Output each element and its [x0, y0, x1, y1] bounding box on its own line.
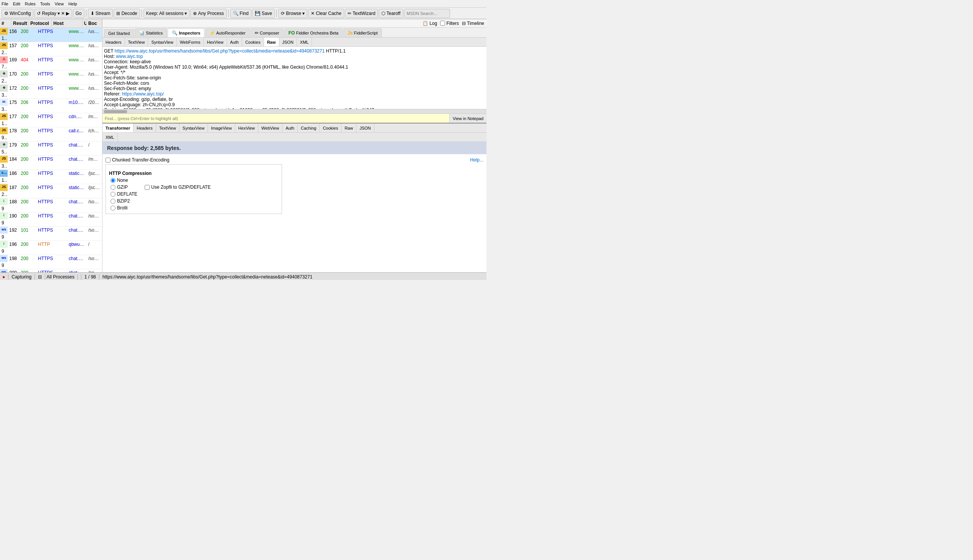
resp-tab-imageview[interactable]: ImageView [208, 123, 235, 132]
req-tab-webforms[interactable]: WebForms [177, 38, 204, 47]
request-hscroll[interactable] [102, 109, 486, 113]
table-row[interactable]: ◈ 172 200 HTTPS www.aiyc.top /usr/themes… [0, 85, 102, 99]
table-row[interactable]: JS 157 200 HTTPS www.aiyc.top /usr/theme… [0, 42, 102, 57]
bzip2-label: BZIP2 [117, 198, 130, 204]
replay-button[interactable]: ↺ Replay ▾ ✕ ▶ [34, 9, 72, 18]
resp-tab-headers[interactable]: Headers [134, 123, 156, 132]
text-wizard-button[interactable]: ✏ TextWizard [345, 9, 378, 18]
tab-fiddler-orchestra[interactable]: FO Fiddler Orchestra Beta [284, 28, 343, 37]
req-tab-hexview[interactable]: HexView [204, 38, 227, 47]
menu-file[interactable]: File [2, 2, 8, 6]
session-url: /usr/themes/handsome/as... [87, 42, 102, 49]
req-tab-auth[interactable]: Auth [227, 38, 242, 47]
resp-tab-hexview[interactable]: HexView [235, 123, 258, 132]
process-button[interactable]: ⊕ Any Process [190, 9, 226, 18]
request-hscroll-thumb[interactable] [104, 110, 127, 113]
log-item[interactable]: 📋 Log [422, 21, 437, 26]
tab-inspectors[interactable]: 🔍 Inspectors [168, 28, 205, 37]
help-link[interactable]: Help... [470, 157, 484, 163]
search-input[interactable] [404, 9, 450, 18]
req-tab-textview[interactable]: TextView [125, 38, 149, 47]
resp-tab-caching[interactable]: Caching [298, 123, 320, 132]
resp-tab-transformer[interactable]: Transformer [102, 123, 134, 132]
table-row[interactable]: m 175 206 HTTPS m10.music.126.net /20200… [0, 99, 102, 113]
chunked-label[interactable]: Chunked Transfer-Encoding [105, 157, 169, 163]
resp-tab-syntaxview[interactable]: SyntaxView [180, 123, 208, 132]
req-tab-raw[interactable]: Raw [264, 38, 279, 47]
tab-statistics[interactable]: 📊 Statistics [135, 28, 167, 37]
clear-cache-button[interactable]: ✕ Clear Cache [308, 9, 344, 18]
go-button[interactable]: Go [73, 9, 84, 18]
timeline-item[interactable]: ⊟ Timeline [462, 21, 484, 26]
menu-rules[interactable]: Rules [25, 2, 36, 6]
zopfli-checkbox[interactable] [145, 185, 150, 190]
browse-button[interactable]: ⟳ Browse ▾ [278, 9, 307, 18]
table-row[interactable]: ws 200 200 HTTPS chat.chatra.io /sockjs/… [0, 269, 102, 272]
table-row[interactable]: JS 156 200 HTTPS www.aiyc.top /usr/theme… [0, 28, 102, 42]
table-row[interactable]: i 188 200 HTTPS chat.chatra.io /sockjs/i… [0, 198, 102, 212]
session-icon: i [0, 212, 8, 219]
menu-help[interactable]: Help [68, 2, 77, 6]
bzip2-radio[interactable] [110, 199, 115, 204]
resp-tab-xml[interactable]: XML [102, 133, 118, 142]
host-header: Host: www.aiyc.top [104, 54, 143, 59]
table-row[interactable]: ws 198 200 HTTPS chat.chatra.io /sockjs/… [0, 255, 102, 269]
top-tools: 📋 Log Filters ⊟ Timeline [102, 19, 486, 28]
session-url: /jscss/a817edf9d02b4797... [87, 170, 102, 177]
winconfig-button[interactable]: ⚙ WinConfig [2, 9, 33, 18]
table-row[interactable]: JS 177 200 HTTPS cdn.mathjax.org /mathja… [0, 113, 102, 127]
resp-tab-textview[interactable]: TextView [156, 123, 180, 132]
tab-fiddler-script[interactable]: Js FiddlerScript [344, 28, 382, 37]
req-tab-cookies[interactable]: Cookies [242, 38, 264, 47]
table-row[interactable]: JS 184 200 HTTPS chat.chatra.io /meteor_… [0, 156, 102, 170]
req-tab-json[interactable]: JSON [279, 38, 297, 47]
req-tab-xml[interactable]: XML [297, 38, 312, 47]
tab-autoresponder[interactable]: ⚡ AutoResponder [205, 28, 250, 37]
table-row[interactable]: ws 192 101 HTTPS chat.chatra.io /sockjs/… [0, 227, 102, 241]
find-input[interactable] [102, 114, 449, 123]
col-id: # [0, 20, 12, 27]
save-button[interactable]: 💾 Save [252, 9, 275, 18]
keep-button[interactable]: Keep: All sessions ▾ [144, 9, 190, 18]
menu-edit[interactable]: Edit [13, 2, 20, 6]
session-protocol: HTTPS [37, 127, 67, 134]
tearoff-button[interactable]: ⬡ Tearoff [379, 9, 403, 18]
resp-tab-cookies[interactable]: Cookies [320, 123, 342, 132]
brotli-radio[interactable] [110, 206, 115, 210]
menu-view[interactable]: View [55, 2, 64, 6]
resp-tab-webview[interactable]: WebView [258, 123, 282, 132]
stream-button[interactable]: ⬇ Stream [88, 9, 113, 18]
tab-composer[interactable]: ✏ Composer [250, 28, 284, 37]
resp-tab-raw[interactable]: Raw [342, 123, 356, 132]
table-row[interactable]: i 190 200 HTTPS chat.chatra.io /sockjs/i… [0, 212, 102, 227]
table-row[interactable]: JS 187 200 HTTPS static.chatra.io /jscss… [0, 184, 102, 198]
none-radio[interactable] [110, 178, 115, 183]
resp-tab-json[interactable]: JSON [356, 123, 374, 132]
session-id: 186 [8, 170, 19, 177]
table-row[interactable]: ◈ 179 200 HTTPS chat.chatra.io / 57 [0, 142, 102, 156]
table-row[interactable]: i 196 200 HTTP qbwup.imtt.qq.com / 9 [0, 241, 102, 255]
find-button[interactable]: 🔍 Find [230, 9, 251, 18]
chunked-checkbox[interactable] [105, 158, 110, 163]
timeline-label: Timeline [467, 21, 484, 26]
table-row[interactable]: css 186 200 HTTPS static.chatra.io /jscs… [0, 170, 102, 184]
col-host: Host [52, 20, 82, 27]
req-tab-syntaxview[interactable]: SyntaxView [148, 38, 177, 47]
request-url[interactable]: https://www.aiyc.top/usr/themes/handsome… [115, 48, 325, 54]
decode-button[interactable]: ⊞ Decode [113, 9, 140, 18]
table-row[interactable]: ◈ 170 200 HTTPS www.aiyc.top /usr/themes… [0, 70, 102, 85]
tab-get-started[interactable]: Get Started [104, 29, 134, 37]
filters-item[interactable]: Filters [440, 21, 459, 26]
deflate-radio[interactable] [110, 192, 115, 197]
table-row[interactable]: ⚠ 169 404 HTTPS www.aiyc.top /usr/themes… [0, 57, 102, 70]
filters-checkbox[interactable] [440, 21, 445, 26]
view-in-notepad-button[interactable]: View in Notepad [449, 114, 486, 123]
user-agent-header: User-Agent: Mozilla/5.0 (Windows NT 10.0… [104, 65, 348, 70]
gzip-radio[interactable] [110, 185, 115, 190]
menu-tools[interactable]: Tools [40, 2, 50, 6]
brotli-row: Brotli [110, 205, 279, 210]
req-tab-headers[interactable]: Headers [102, 38, 125, 47]
session-icon: ◈ [0, 70, 8, 77]
resp-tab-auth[interactable]: Auth [282, 123, 298, 132]
table-row[interactable]: JS 178 200 HTTPS call.chatra.io /chatra.… [0, 127, 102, 142]
